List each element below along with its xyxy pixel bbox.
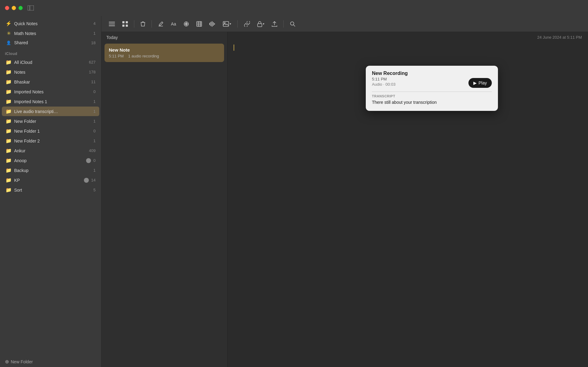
svg-rect-3	[109, 24, 115, 24]
sidebar-item-label: New Folder 2	[14, 139, 92, 143]
folder-icon: 📁	[6, 79, 12, 85]
toolbar-separator	[237, 20, 238, 28]
sidebar-item-count: 1	[93, 31, 96, 36]
sidebar: ⚡ Quick Notes 4 ✳ Math Notes 1 👤 Shared …	[0, 16, 101, 367]
transcript-label: TRANSCRIPT	[372, 94, 492, 98]
sidebar-item-ankur[interactable]: 📁 Ankur 409	[2, 146, 99, 155]
sidebar-item-kp[interactable]: 📁 KP 14	[2, 175, 99, 185]
folder-icon: 📁	[6, 69, 12, 75]
note-meta: 5:11 PM 1 audio recording	[109, 54, 220, 58]
sidebar-item-count: 409	[89, 148, 96, 153]
group-button[interactable]	[181, 19, 191, 29]
media-button[interactable]: ▾	[220, 19, 234, 29]
sidebar-item-label: Quick Notes	[14, 21, 92, 26]
toolbar-separator	[283, 20, 284, 28]
sidebar-item-backup[interactable]: 📁 Backup 1	[2, 166, 99, 175]
sidebar-item-bhaskar[interactable]: 📁 Bhaskar 11	[2, 77, 99, 87]
folder-icon: 📁	[6, 108, 12, 114]
maximize-button[interactable]	[18, 6, 23, 10]
font-icon: Aa	[171, 21, 176, 26]
sidebar-item-count: 1	[93, 99, 96, 104]
sidebar-item-imported-notes-1[interactable]: 📁 Imported Notes 1 1	[2, 97, 99, 106]
sidebar-toggle-button[interactable]	[28, 6, 34, 10]
sidebar-item-new-folder-2[interactable]: 📁 New Folder 2 1	[2, 136, 99, 146]
sidebar-item-label: Shared	[14, 40, 90, 45]
sidebar-item-anoop[interactable]: 📁 Anoop 0	[2, 156, 99, 165]
sidebar-item-count: 18	[91, 41, 96, 45]
audio-button[interactable]	[207, 19, 218, 29]
sidebar-item-count: 1	[93, 168, 96, 173]
sidebar-item-label: Bhaskar	[14, 80, 90, 84]
folder-icon: 📁	[6, 148, 12, 154]
minimize-button[interactable]	[12, 6, 16, 10]
link-button[interactable]	[241, 19, 252, 29]
play-button[interactable]: ▶ Play	[468, 78, 492, 88]
svg-rect-0	[28, 6, 34, 10]
sidebar-item-sort[interactable]: 📁 Sort 5	[2, 185, 99, 195]
svg-rect-22	[214, 23, 215, 25]
grid-view-button[interactable]	[120, 19, 130, 29]
sidebar-item-label: Ankur	[14, 148, 88, 153]
add-folder-button[interactable]: ⊕ New Folder	[0, 356, 101, 367]
sidebar-item-shared[interactable]: 👤 Shared 18	[2, 38, 99, 47]
note-list-pane: Today New Note 5:11 PM 1 audio recording	[101, 32, 227, 367]
sidebar-item-count: 0	[93, 89, 96, 94]
folder-icon: 📁	[6, 99, 12, 104]
close-button[interactable]	[5, 6, 9, 10]
note-editor-pane: 24 June 2024 at 5:11 PM New Recording 5:…	[227, 32, 588, 367]
sidebar-item-imported-notes[interactable]: 📁 Imported Notes 0	[2, 87, 99, 96]
sidebar-item-live-audio[interactable]: 📁 Live audio transcripti… 1	[2, 107, 99, 116]
sidebar-item-label: Math Notes	[14, 31, 92, 36]
delete-button[interactable]	[138, 19, 148, 29]
transcript-divider	[372, 92, 492, 92]
sidebar-item-new-folder[interactable]: 📁 New Folder 1	[2, 116, 99, 126]
sidebar-item-notes[interactable]: 📁 Notes 178	[2, 67, 99, 77]
sidebar-item-count: 0	[93, 158, 96, 163]
svg-rect-13	[197, 21, 202, 26]
folder-icon: 📁	[6, 138, 12, 144]
list-view-button[interactable]	[106, 20, 117, 28]
note-list-date: Today	[106, 35, 118, 40]
sidebar-item-new-folder-1[interactable]: 📁 New Folder 1 0	[2, 126, 99, 136]
note-recording-info: 1 audio recording	[128, 54, 159, 58]
two-pane: Today New Note 5:11 PM 1 audio recording…	[101, 32, 588, 367]
svg-rect-8	[126, 25, 128, 27]
transcript-text: There still about your transcription	[372, 100, 492, 105]
editor-cursor-area[interactable]	[227, 41, 588, 55]
sidebar-item-label: New Folder	[14, 119, 92, 124]
svg-point-26	[290, 22, 294, 25]
play-icon: ▶	[473, 80, 477, 85]
sidebar-item-count: 14	[91, 178, 96, 182]
sidebar-item-label: Imported Notes	[14, 89, 92, 94]
compose-button[interactable]	[156, 19, 166, 29]
window-controls	[0, 6, 23, 10]
sidebar-item-count: 0	[93, 129, 96, 133]
toolbar: Aa	[101, 16, 588, 32]
export-button[interactable]	[269, 19, 280, 29]
sidebar-item-all-icloud[interactable]: 📁 All iCloud 627	[2, 57, 99, 67]
folder-icon: 📁	[6, 177, 12, 183]
search-button[interactable]	[287, 19, 298, 29]
toolbar-separator	[152, 20, 152, 28]
folder-icon: 📁	[6, 59, 12, 65]
quick-notes-icon: ⚡	[6, 21, 12, 26]
sidebar-item-math-notes[interactable]: ✳ Math Notes 1	[2, 29, 99, 38]
svg-line-27	[294, 25, 295, 26]
note-list-item[interactable]: New Note 5:11 PM 1 audio recording	[105, 44, 224, 62]
folder-icon: 📁	[6, 89, 12, 95]
avatar-icon	[86, 158, 91, 163]
recording-title: New Recording	[372, 71, 492, 76]
sidebar-item-label: Imported Notes 1	[14, 99, 92, 104]
note-title: New Note	[109, 47, 220, 53]
table-button[interactable]	[194, 19, 204, 29]
svg-rect-25	[258, 24, 262, 27]
svg-rect-23	[223, 21, 229, 26]
folder-icon: 📁	[6, 167, 12, 173]
sidebar-item-quick-notes[interactable]: ⚡ Quick Notes 4	[2, 19, 99, 28]
add-folder-label: New Folder	[11, 359, 33, 364]
title-bar	[0, 0, 588, 16]
font-button[interactable]: Aa	[168, 20, 179, 28]
content-area: Aa	[101, 16, 588, 367]
lock-button[interactable]: ▾	[255, 19, 267, 29]
sidebar-item-count: 1	[93, 119, 96, 123]
